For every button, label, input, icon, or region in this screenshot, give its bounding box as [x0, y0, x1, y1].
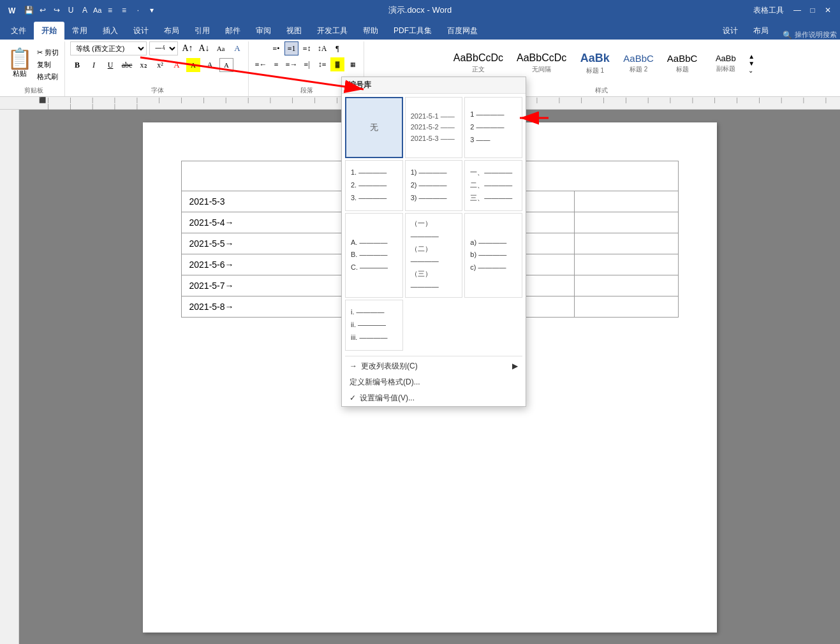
clear-format-button[interactable]: Aa: [214, 41, 228, 55]
bullets-button[interactable]: ≡•: [269, 41, 283, 55]
tab-baidu[interactable]: 百度网盘: [439, 22, 485, 40]
checkmark-icon: ✓: [350, 393, 356, 402]
line-spacing-button[interactable]: ↕≡: [315, 57, 329, 71]
numbering-cell-none[interactable]: 无: [345, 97, 403, 158]
numbering-date-line2: 2021-5-2 ——: [411, 122, 455, 133]
numbering-divider: [345, 356, 522, 356]
underline-button[interactable]: U: [103, 58, 117, 72]
italic-button[interactable]: I: [87, 58, 101, 72]
numbering-cell-lower[interactable]: a) ———— b) ———— c) ————: [464, 213, 522, 298]
change-list-level-item[interactable]: → 更改列表级别(C) ▶: [342, 358, 526, 374]
arrow-right-icon: →: [350, 362, 357, 370]
style-heading2-text: AaBbC: [623, 53, 654, 64]
tab-pdf[interactable]: PDF工具集: [386, 22, 439, 40]
numbering-lower-line1: a) ————: [470, 237, 506, 249]
maximize-button[interactable]: □: [807, 4, 818, 16]
paste-button[interactable]: 📋 粘贴: [7, 48, 33, 78]
underline-quick-icon[interactable]: U: [65, 4, 77, 16]
tab-view[interactable]: 视图: [279, 22, 309, 40]
numbering-letter-line3: C. ————: [351, 261, 388, 274]
define-format-label: 定义新编号格式(D)...: [350, 377, 420, 388]
style-title-label: 标题: [676, 65, 689, 74]
style-subtitle-label: 副标题: [716, 64, 735, 73]
decrease-font-button[interactable]: A↓: [197, 41, 211, 55]
tab-table-layout[interactable]: 布局: [746, 22, 776, 40]
multilevel-button[interactable]: ≡↕: [300, 41, 314, 55]
style-title[interactable]: AaBbC 标题: [661, 44, 704, 82]
align-center-button[interactable]: ≡: [269, 57, 283, 71]
numbering-cell-roman[interactable]: i. ———— ii. ———— iii. ————: [345, 300, 403, 351]
style-subtitle[interactable]: AaBb 副标题: [705, 44, 746, 82]
highlight-button[interactable]: A: [186, 58, 200, 72]
paragraph-label: 段落: [300, 86, 313, 95]
align-right-button[interactable]: ≡→: [284, 57, 298, 71]
bold-button[interactable]: B: [70, 58, 84, 72]
numbering-cell-letter[interactable]: A. ———— B. ———— C. ————: [345, 213, 403, 298]
tab-common[interactable]: 常用: [64, 22, 95, 40]
numbering-grid: 无 2021-5-1 —— 2021-5-2 —— 2021-5-3 —— 1 …: [342, 94, 526, 354]
tab-table-design[interactable]: 设计: [715, 22, 746, 40]
increase-font-button[interactable]: A↑: [181, 41, 195, 55]
numbering-button[interactable]: ≡1: [284, 41, 298, 55]
numbering-cell-paren[interactable]: 1) ———— 2) ———— 3) ————: [405, 160, 463, 211]
subscript-button[interactable]: x₂: [136, 58, 151, 72]
tab-layout[interactable]: 布局: [156, 22, 187, 40]
tab-reference[interactable]: 引用: [187, 22, 217, 40]
numbering-cell-simple[interactable]: 1 ———— 2 ———— 3 ——: [464, 97, 522, 158]
table-cell-empty3: [575, 233, 678, 254]
clipboard-group: 📋 粘贴 ✂ 剪切 复制 格式刷 剪贴板: [3, 41, 65, 96]
font-shadow-button[interactable]: A: [203, 58, 217, 72]
more-quick-icon[interactable]: ▾: [146, 4, 158, 16]
numbering-cell-chinese[interactable]: 一、———— 二、———— 三、————: [464, 160, 522, 211]
font-color-button[interactable]: A: [170, 58, 184, 72]
format-painter-button[interactable]: 格式刷: [35, 71, 61, 82]
set-numbering-value-item[interactable]: ✓ 设置编号值(V)...: [342, 390, 526, 406]
shading-button[interactable]: ▓: [330, 57, 344, 71]
numbering-cell-dot[interactable]: 1. ———— 2. ———— 3. ————: [345, 160, 403, 211]
char-border-button[interactable]: A: [219, 58, 233, 72]
align-left-button[interactable]: ≡←: [254, 57, 268, 71]
tab-review[interactable]: 审阅: [248, 22, 279, 40]
numbering-paren-line1: 1) ————: [411, 166, 447, 179]
numbering-cell-paren-chinese[interactable]: （一）———— （二）———— （三）————: [405, 213, 463, 298]
numbering-icon[interactable]: ≡: [118, 4, 129, 16]
numbering-cell-date[interactable]: 2021-5-1 —— 2021-5-2 —— 2021-5-3 ——: [405, 97, 463, 158]
tab-insert[interactable]: 插入: [95, 22, 126, 40]
tab-help[interactable]: 帮助: [355, 22, 386, 40]
show-marks-button[interactable]: ¶: [330, 41, 344, 55]
copy-button[interactable]: 复制: [35, 59, 61, 70]
numbering-chinese-line1: 一、————: [470, 166, 512, 179]
list-icon[interactable]: ≡: [104, 4, 115, 16]
justify-button[interactable]: ≡|: [300, 57, 314, 71]
styles-down-arrow[interactable]: ▼: [748, 60, 755, 67]
undo-icon[interactable]: ↩: [37, 4, 48, 16]
tab-home[interactable]: 开始: [34, 22, 64, 40]
font-color-a[interactable]: A: [230, 41, 244, 55]
style-heading1[interactable]: AaBk 标题 1: [574, 44, 615, 82]
tab-devtools[interactable]: 开发工具: [309, 22, 355, 40]
sort-button[interactable]: ↕A: [315, 41, 329, 55]
tab-mail[interactable]: 邮件: [217, 22, 248, 40]
numbering-date-line3: 2021-5-3 ——: [411, 133, 455, 145]
style-heading2[interactable]: AaBbC 标题 2: [617, 44, 659, 82]
superscript-button[interactable]: x²: [153, 58, 167, 72]
strikethrough-button[interactable]: abc: [120, 58, 134, 72]
fontcolor-quick-icon[interactable]: A: [79, 4, 91, 16]
tab-file[interactable]: 文件: [3, 22, 34, 40]
font-name-select[interactable]: 等线 (西文正文): [70, 41, 147, 55]
paste-label: 粘贴: [13, 69, 27, 78]
cut-button[interactable]: ✂ 剪切: [35, 47, 61, 58]
close-button[interactable]: ✕: [822, 4, 834, 16]
styles-up-arrow[interactable]: ▲: [748, 53, 755, 60]
define-new-format-item[interactable]: 定义新编号格式(D)...: [342, 374, 526, 390]
border-button[interactable]: ▦: [346, 57, 360, 71]
styles-expand-arrow[interactable]: ⌄: [748, 67, 755, 74]
save-icon[interactable]: 💾: [23, 4, 34, 16]
font-size-select[interactable]: 一号: [149, 41, 178, 55]
minimize-button[interactable]: —: [792, 4, 803, 16]
bullets-icon[interactable]: ·: [132, 4, 144, 16]
set-value-label: 设置编号值(V)...: [360, 393, 415, 404]
tab-design[interactable]: 设计: [126, 22, 156, 40]
style-normal-text: AaBbCcDc: [453, 52, 503, 64]
redo-icon[interactable]: ↪: [51, 4, 63, 16]
